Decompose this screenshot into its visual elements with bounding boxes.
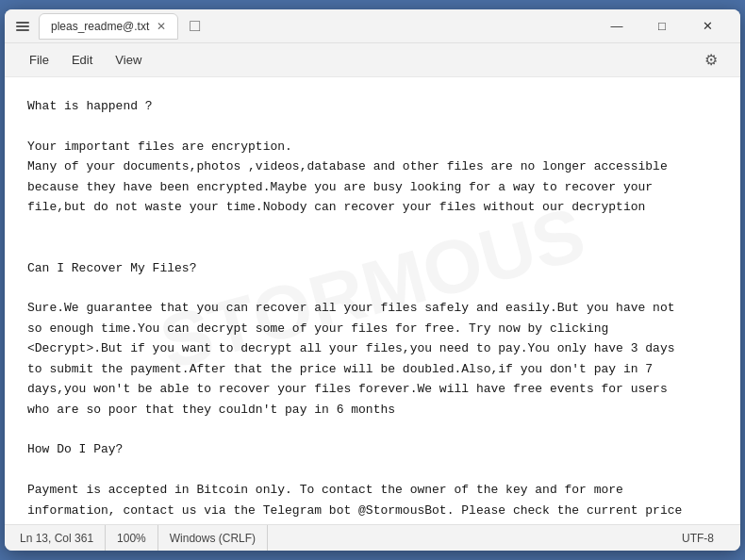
tab-label: pleas_readme@.txt xyxy=(51,20,149,33)
menu-edit[interactable]: Edit xyxy=(62,49,102,71)
encoding[interactable]: UTF-8 xyxy=(670,525,725,551)
cursor-position: Ln 13, Col 361 xyxy=(20,525,106,551)
new-tab-button[interactable]: □ xyxy=(182,16,207,36)
line-ending[interactable]: Windows (CRLF) xyxy=(158,525,268,551)
title-bar: pleas_readme@.txt ✕ □ — □ ✕ xyxy=(5,9,740,43)
text-editor-area[interactable]: STORMOUS What is happend ? Your importan… xyxy=(5,77,740,524)
document-text: What is happend ? Your important files a… xyxy=(27,96,718,524)
menu-view[interactable]: View xyxy=(106,49,151,71)
menu-bar: File Edit View ⚙ xyxy=(5,43,740,77)
title-bar-left: pleas_readme@.txt ✕ □ xyxy=(16,13,595,40)
minimize-button[interactable]: — xyxy=(595,12,638,41)
status-bar: Ln 13, Col 361 100% Windows (CRLF) UTF-8 xyxy=(5,524,740,551)
window-controls: — □ ✕ xyxy=(595,12,729,41)
tab-close-button[interactable]: ✕ xyxy=(157,21,166,32)
main-window: pleas_readme@.txt ✕ □ — □ ✕ File Edit Vi… xyxy=(5,9,740,551)
menu-file[interactable]: File xyxy=(20,49,58,71)
document-content: What is happend ? Your important files a… xyxy=(27,96,718,524)
close-button[interactable]: ✕ xyxy=(686,12,729,41)
maximize-button[interactable]: □ xyxy=(640,12,684,41)
settings-icon[interactable]: ⚙ xyxy=(697,47,725,73)
tab-container: pleas_readme@.txt ✕ □ xyxy=(39,13,207,40)
app-icon xyxy=(16,19,31,34)
zoom-level[interactable]: 100% xyxy=(106,525,158,551)
active-tab[interactable]: pleas_readme@.txt ✕ xyxy=(39,13,178,40)
